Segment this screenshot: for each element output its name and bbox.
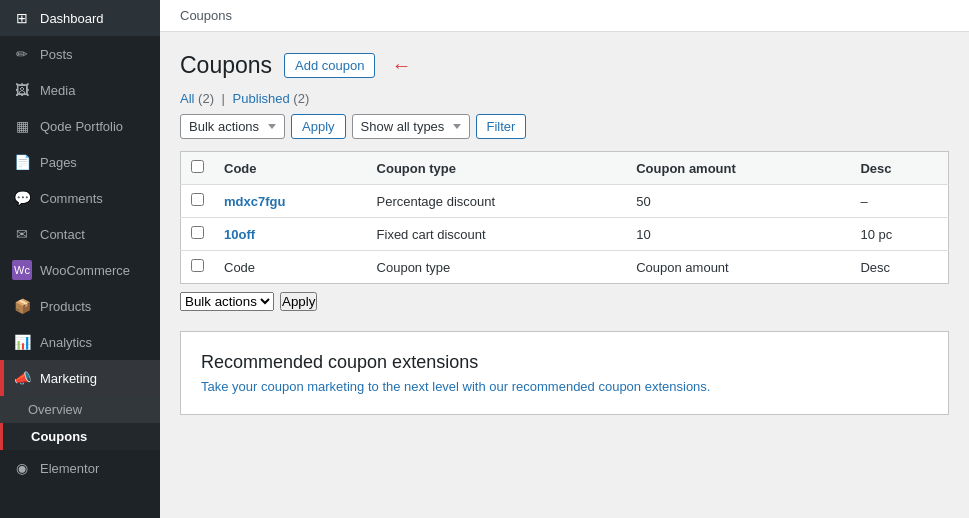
sidebar-item-comments[interactable]: 💬 Comments [0, 180, 160, 216]
sidebar-item-elementor[interactable]: ◉ Elementor [0, 450, 160, 486]
footer-code-cell: Code [214, 251, 367, 284]
sidebar-item-media[interactable]: 🖼 Media [0, 72, 160, 108]
recommended-title: Recommended coupon extensions [201, 352, 928, 373]
comments-icon: 💬 [12, 188, 32, 208]
arrow-icon: ← [391, 54, 411, 77]
sidebar-item-label: Pages [40, 155, 77, 170]
row2-checkbox[interactable] [191, 226, 204, 239]
header-checkbox-col [181, 152, 215, 185]
published-count: (2) [293, 91, 309, 106]
footer-desc-cell: Desc [850, 251, 948, 284]
sidebar-item-coupons[interactable]: Coupons [0, 423, 160, 450]
footer-type-cell: Coupon type [367, 251, 627, 284]
media-icon: 🖼 [12, 80, 32, 100]
sidebar-item-overview[interactable]: Overview [0, 396, 160, 423]
breadcrumb: Coupons [160, 0, 969, 32]
sidebar-item-marketing[interactable]: 📣 Marketing [0, 360, 160, 396]
sidebar: ⊞ Dashboard ✏ Posts 🖼 Media ▦ Qode Portf… [0, 0, 160, 518]
row2-checkbox-cell [181, 218, 215, 251]
all-count: (2) [198, 91, 214, 106]
row1-checkbox-cell [181, 185, 215, 218]
sidebar-item-label: Marketing [40, 371, 97, 386]
sidebar-item-pages[interactable]: 📄 Pages [0, 144, 160, 180]
dashboard-icon: ⊞ [12, 8, 32, 28]
header-coupon-type: Coupon type [367, 152, 627, 185]
apply-button[interactable]: Apply [291, 114, 346, 139]
sidebar-item-label: Contact [40, 227, 85, 242]
table-row: 10off Fixed cart discount 10 10 pc [181, 218, 949, 251]
footer-checkbox-cell [181, 251, 215, 284]
sidebar-item-dashboard[interactable]: ⊞ Dashboard [0, 0, 160, 36]
table-row: mdxc7fgu Percentage discount 50 – [181, 185, 949, 218]
table-header-row: Code Coupon type Coupon amount Desc [181, 152, 949, 185]
analytics-icon: 📊 [12, 332, 32, 352]
woocommerce-icon: Wc [12, 260, 32, 280]
page-title-row: Coupons Add coupon ← [180, 52, 949, 79]
sidebar-item-label: Comments [40, 191, 103, 206]
footer-amount-cell: Coupon amount [626, 251, 850, 284]
sidebar-item-woocommerce[interactable]: Wc WooCommerce [0, 252, 160, 288]
marketing-icon: 📣 [12, 368, 32, 388]
row2-amount-cell: 10 [626, 218, 850, 251]
sidebar-item-label: Media [40, 83, 75, 98]
show-types-select[interactable]: Show all types [352, 114, 470, 139]
bulk-actions-select-bottom[interactable]: Bulk actions [180, 292, 274, 311]
bottom-toolbar: Bulk actions Apply [180, 292, 949, 311]
footer-checkbox[interactable] [191, 259, 204, 272]
submenu-overview-label: Overview [28, 402, 82, 417]
page-title: Coupons [180, 52, 272, 79]
row1-code-link[interactable]: mdxc7fgu [224, 194, 285, 209]
contact-icon: ✉ [12, 224, 32, 244]
sidebar-item-label: Analytics [40, 335, 92, 350]
recommended-section: Recommended coupon extensions Take your … [180, 331, 949, 415]
sidebar-item-label: Qode Portfolio [40, 119, 123, 134]
page-body: Coupons Add coupon ← All (2) | Published… [160, 32, 969, 518]
select-all-checkbox[interactable] [191, 160, 204, 173]
sidebar-item-label: Dashboard [40, 11, 104, 26]
recommended-description: Take your coupon marketing to the next l… [201, 379, 928, 394]
row2-code-cell: 10off [214, 218, 367, 251]
filter-button[interactable]: Filter [476, 114, 527, 139]
row2-code-link[interactable]: 10off [224, 227, 255, 242]
apply-button-bottom[interactable]: Apply [280, 292, 317, 311]
row1-type-cell: Percentage discount [367, 185, 627, 218]
sidebar-item-posts[interactable]: ✏ Posts [0, 36, 160, 72]
header-coupon-amount: Coupon amount [626, 152, 850, 185]
pages-icon: 📄 [12, 152, 32, 172]
marketing-submenu: Overview Coupons [0, 396, 160, 450]
top-toolbar: Bulk actions Apply Show all types Filter [180, 114, 949, 139]
filter-links: All (2) | Published (2) [180, 91, 949, 106]
add-coupon-button[interactable]: Add coupon [284, 53, 375, 78]
qode-icon: ▦ [12, 116, 32, 136]
sidebar-item-qode-portfolio[interactable]: ▦ Qode Portfolio [0, 108, 160, 144]
header-code: Code [214, 152, 367, 185]
row2-desc-cell: 10 pc [850, 218, 948, 251]
coupons-table: Code Coupon type Coupon amount Desc mdxc… [180, 151, 949, 284]
main-content-area: Coupons Coupons Add coupon ← All (2) | P… [160, 0, 969, 518]
table-footer-row: Code Coupon type Coupon amount Desc [181, 251, 949, 284]
products-icon: 📦 [12, 296, 32, 316]
sidebar-item-label: Elementor [40, 461, 99, 476]
sidebar-item-label: WooCommerce [40, 263, 130, 278]
row1-desc-cell: – [850, 185, 948, 218]
sidebar-item-analytics[interactable]: 📊 Analytics [0, 324, 160, 360]
bulk-actions-select[interactable]: Bulk actions [180, 114, 285, 139]
header-desc: Desc [850, 152, 948, 185]
submenu-coupons-label: Coupons [31, 429, 87, 444]
sidebar-item-products[interactable]: 📦 Products [0, 288, 160, 324]
row2-type-cell: Fixed cart discount [367, 218, 627, 251]
row1-checkbox[interactable] [191, 193, 204, 206]
posts-icon: ✏ [12, 44, 32, 64]
sidebar-item-contact[interactable]: ✉ Contact [0, 216, 160, 252]
filter-all-link[interactable]: All [180, 91, 194, 106]
sidebar-item-label: Posts [40, 47, 73, 62]
filter-sep: | [222, 91, 225, 106]
sidebar-item-label: Products [40, 299, 91, 314]
filter-published-link[interactable]: Published [233, 91, 290, 106]
elementor-icon: ◉ [12, 458, 32, 478]
row1-code-cell: mdxc7fgu [214, 185, 367, 218]
row1-amount-cell: 50 [626, 185, 850, 218]
